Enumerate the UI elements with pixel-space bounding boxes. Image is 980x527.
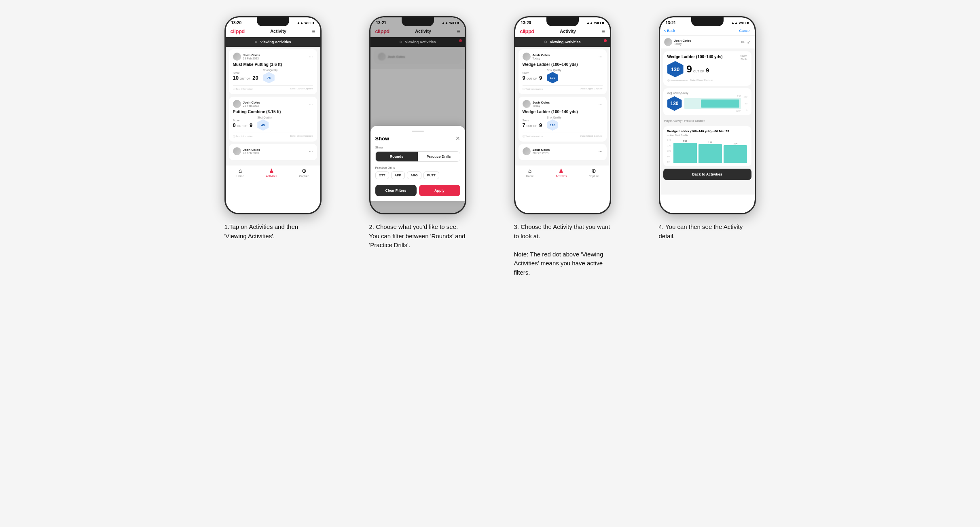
detail-stats-4: 130 9 OUT OF 9	[667, 61, 747, 77]
drill-tag-arg-2[interactable]: ARG	[407, 171, 421, 179]
dots-3-3[interactable]: ···	[598, 148, 602, 154]
activity-card-1-3[interactable]: Josh Coles 28 Feb 2023 ···	[229, 144, 317, 160]
activity-card-1-1[interactable]: Josh Coles 28 Feb 2023 ··· Must Make Put…	[229, 49, 317, 94]
score-group-3-1: Score 9 OUT OF 9	[523, 72, 542, 81]
detail-score-section-4: Wedge Ladder (100–140 yds) Score Shots 1…	[663, 51, 751, 86]
activity-card-3-3[interactable]: Josh Coles 28 Feb 2023 ···	[519, 144, 607, 160]
activity-card-1-2[interactable]: Josh Coles 28 Feb 2023 ··· Putting Combi…	[229, 97, 317, 142]
nav-home-1[interactable]: ⌂ Home	[237, 167, 244, 178]
bar-3-label-4: 124	[733, 142, 737, 145]
drill-tag-putt-2[interactable]: PUTT	[423, 171, 439, 179]
avatar-1-2	[233, 100, 241, 108]
detail-scroll-4: Wedge Ladder (100–140 yds) Score Shots 1…	[660, 49, 755, 195]
filter-modal-2: Show ✕ Show Rounds Practice Drills Pract…	[370, 126, 465, 201]
step-3-text-2: Note: The red dot above 'Viewing Activit…	[514, 251, 603, 276]
nav-capture-1[interactable]: ⊕ Capture	[299, 167, 309, 178]
user-row-3-1: Josh Coles Today	[523, 53, 550, 61]
detail-score-right-4: Score Shots	[741, 55, 747, 61]
step-desc-3: 3. Choose the Activity that you want to …	[514, 222, 611, 277]
user-date-3-2: Today	[533, 104, 550, 107]
quality-group-3-1: Shot Quality 130	[547, 69, 561, 83]
card-header-3-3: Josh Coles 28 Feb 2023 ···	[523, 147, 603, 155]
back-button-4[interactable]: < Back	[664, 29, 675, 33]
detail-title-4: Wedge Ladder (100–140 yds)	[667, 55, 723, 61]
card-stats-1-2: Score 0 OUT OF 9 Shot Quality 45	[233, 116, 313, 131]
activity-card-3-1[interactable]: Josh Coles Today ··· Wedge Ladder (100–1…	[519, 49, 607, 94]
data-source-4: Data: Clippd Capture	[690, 79, 713, 83]
clear-filters-button-2[interactable]: Clear Filters	[375, 185, 417, 196]
card-title-3-1: Wedge Ladder (100–140 yds)	[523, 62, 603, 67]
quality-bar-4	[684, 98, 741, 109]
toggle-rounds-2[interactable]: Rounds	[376, 152, 418, 161]
score-group-3-2: Score 7 OUT OF 9	[523, 119, 542, 128]
filter-actions-2: Clear Filters Apply	[375, 185, 460, 196]
score-display-4: 9 OUT OF 9	[687, 63, 709, 75]
dots-3-1[interactable]: ···	[598, 54, 602, 59]
drill-tag-ott-2[interactable]: OTT	[375, 171, 389, 179]
dots-1-3[interactable]: ···	[309, 148, 313, 154]
hamburger-3[interactable]: ≡	[601, 28, 605, 34]
session-label-4: Player Activity › Practice Session	[660, 118, 755, 124]
nav-activities-1[interactable]: ♟ Activities	[266, 167, 277, 178]
drill-tag-app-2[interactable]: APP	[391, 171, 405, 179]
step-3-text-1: 3. Choose the Activity that you want to …	[514, 223, 610, 239]
bars-group-4: 132 129 124	[673, 139, 747, 163]
score-group-1-2: Score 0 OUT OF 9	[233, 119, 253, 128]
banner-text-1: Viewing Activities	[260, 40, 291, 44]
step-desc-2: 2. Choose what you'd like to see. You ca…	[369, 222, 466, 250]
drill-tags-2: OTT APP ARG PUTT	[375, 171, 460, 179]
drill-subtitle-4: --- Avg Shot Quality	[667, 134, 747, 136]
app-logo-1: clippd	[231, 28, 245, 34]
card-stats-1-1: Score 10 OUT OF 20 Shot Quality 75	[233, 69, 313, 83]
dots-1-1[interactable]: ···	[309, 54, 313, 59]
bar-2-label-4: 129	[708, 141, 712, 144]
battery-icon-3: ■	[602, 21, 604, 25]
hamburger-1[interactable]: ≡	[312, 28, 315, 34]
page-container: 13:20 ▲▲ WiFi ■ clippd Activity ≡ ⚙ Vi	[207, 16, 773, 277]
activities-label-3: Activities	[556, 175, 567, 178]
card-title-1-2: Putting Combine (3-15 ft)	[233, 110, 313, 114]
user-date-4: Today	[674, 42, 692, 45]
dots-1-2[interactable]: ···	[309, 101, 313, 107]
back-to-activities-4[interactable]: Back to Activities	[663, 169, 751, 180]
avatar-1-1	[233, 53, 241, 61]
card-header-3-2: Josh Coles Today ···	[523, 100, 603, 108]
bar-2-4	[698, 144, 722, 163]
user-info-1-3: Josh Coles 28 Feb 2023	[243, 148, 260, 155]
chart-section-4: Avg Shot Quality 130 130 APP	[663, 88, 751, 115]
detail-title-row-4: Wedge Ladder (100–140 yds) Score Shots	[667, 55, 747, 61]
bar-2-group-4: 129	[698, 141, 722, 163]
nav-activities-3[interactable]: ♟ Activities	[556, 167, 567, 178]
viewing-banner-3[interactable]: ⚙ Viewing Activities	[515, 37, 610, 47]
close-icon-2[interactable]: ✕	[455, 135, 460, 142]
bottom-nav-1: ⌂ Home ♟ Activities ⊕ Capture	[226, 165, 320, 181]
shots-val-3-2: 9	[539, 122, 542, 128]
apply-button-2[interactable]: Apply	[419, 185, 460, 196]
detail-icons-4: ✏ ⤢	[741, 40, 751, 45]
chart-app-label-4: APP	[684, 110, 741, 112]
nav-home-3[interactable]: ⌂ Home	[526, 167, 534, 178]
activity-card-3-2[interactable]: Josh Coles Today ··· Wedge Ladder (100–1…	[519, 97, 607, 142]
card-stats-3-1: Score 9 OUT OF 9 Shot Quality 130	[523, 69, 603, 83]
capture-label-1: Capture	[299, 175, 309, 178]
viewing-banner-1[interactable]: ⚙ Viewing Activities	[226, 37, 320, 47]
phone-notch-1	[257, 17, 289, 26]
toggle-drills-2[interactable]: Practice Drills	[418, 152, 460, 161]
cancel-button-4[interactable]: Cancel	[739, 29, 750, 33]
nav-capture-3[interactable]: ⊕ Capture	[588, 167, 599, 178]
home-label-1: Home	[237, 175, 244, 178]
quality-hex-1-1: 75	[263, 72, 275, 83]
card-footer-1-1: ⓘ Test Information Data: Clippd Capture	[233, 85, 313, 91]
user-row-3-3: Josh Coles 28 Feb 2023	[523, 147, 550, 155]
user-date-1-2: 28 Feb 2023	[243, 104, 260, 107]
edit-icon-4[interactable]: ✏	[741, 40, 745, 45]
expand-icon-4[interactable]: ⤢	[747, 40, 751, 45]
app-header-1: clippd Activity ≡	[226, 26, 320, 37]
card-header-1-3: Josh Coles 28 Feb 2023 ···	[233, 147, 313, 155]
bottom-nav-3: ⌂ Home ♟ Activities ⊕ Capture	[515, 165, 610, 181]
shots-val-1-2: 9	[250, 122, 252, 128]
quality-group-3-2: Shot Quality 118	[547, 116, 561, 131]
activity-content-3: Josh Coles Today ··· Wedge Ladder (100–1…	[515, 47, 610, 165]
app-title-3: Activity	[560, 29, 576, 34]
dots-3-2[interactable]: ···	[598, 101, 602, 107]
